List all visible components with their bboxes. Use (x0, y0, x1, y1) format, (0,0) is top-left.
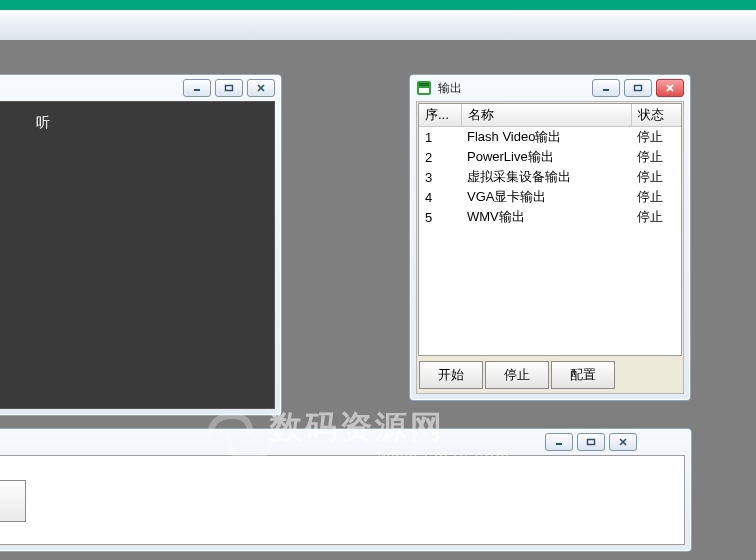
preview-window-body: 听 (0, 101, 275, 409)
output-window-body: 序... 名称 状态 1Flash Video输出停止2PowerLive输出停… (416, 101, 684, 394)
color-bars-button[interactable]: 彩条 (0, 480, 26, 522)
bottom-bar-window: 彩条 (0, 428, 692, 552)
start-button[interactable]: 开始 (419, 361, 483, 389)
app-header-bar (0, 10, 756, 41)
table-row[interactable]: 4VGA显卡输出停止 (419, 187, 681, 207)
stop-button[interactable]: 停止 (485, 361, 549, 389)
output-maximize-button[interactable] (624, 79, 652, 97)
table-row[interactable]: 5WMV输出停止 (419, 207, 681, 227)
output-window-titlebar[interactable]: 输出 (410, 75, 690, 101)
cell-status: 停止 (631, 147, 681, 167)
bottom-bar-titlebar[interactable] (0, 429, 691, 455)
output-minimize-button[interactable] (592, 79, 620, 97)
output-close-button[interactable] (656, 79, 684, 97)
table-row[interactable]: 1Flash Video输出停止 (419, 127, 681, 148)
config-button[interactable]: 配置 (551, 361, 615, 389)
cell-name: 虚拟采集设备输出 (461, 167, 631, 187)
preview-close-button[interactable] (247, 79, 275, 97)
cell-seq: 5 (419, 207, 461, 227)
svg-rect-1 (226, 86, 233, 91)
cell-name: WMV输出 (461, 207, 631, 227)
output-table: 序... 名称 状态 1Flash Video输出停止2PowerLive输出停… (419, 104, 681, 227)
output-window-icon (416, 80, 432, 96)
cell-seq: 4 (419, 187, 461, 207)
bottom-maximize-button[interactable] (577, 433, 605, 451)
col-status[interactable]: 状态 (631, 104, 681, 127)
cell-seq: 2 (419, 147, 461, 167)
bottom-bar-body: 彩条 (0, 455, 685, 545)
cell-name: PowerLive输出 (461, 147, 631, 167)
preview-minimize-button[interactable] (183, 79, 211, 97)
output-window-title: 输出 (438, 80, 586, 97)
cell-status: 停止 (631, 187, 681, 207)
output-button-row: 开始 停止 配置 (417, 357, 683, 393)
preview-label: 听 (36, 114, 50, 132)
svg-rect-12 (588, 440, 595, 445)
col-name[interactable]: 名称 (461, 104, 631, 127)
output-table-wrap: 序... 名称 状态 1Flash Video输出停止2PowerLive输出停… (418, 103, 682, 356)
cell-status: 停止 (631, 167, 681, 187)
cell-status: 停止 (631, 127, 681, 148)
table-row[interactable]: 3虚拟采集设备输出停止 (419, 167, 681, 187)
bottom-close-button[interactable] (609, 433, 637, 451)
cell-name: VGA显卡输出 (461, 187, 631, 207)
preview-window-titlebar[interactable] (0, 75, 281, 101)
bottom-minimize-button[interactable] (545, 433, 573, 451)
app-accent-strip (0, 0, 756, 10)
preview-maximize-button[interactable] (215, 79, 243, 97)
cell-status: 停止 (631, 207, 681, 227)
svg-rect-5 (419, 83, 429, 86)
output-window: 输出 序... 名称 状态 (409, 74, 691, 401)
cell-name: Flash Video输出 (461, 127, 631, 148)
cell-seq: 3 (419, 167, 461, 187)
preview-window: 听 (0, 74, 282, 416)
svg-rect-8 (635, 86, 642, 91)
cell-seq: 1 (419, 127, 461, 148)
table-row[interactable]: 2PowerLive输出停止 (419, 147, 681, 167)
col-seq[interactable]: 序... (419, 104, 461, 127)
svg-rect-6 (419, 88, 429, 93)
